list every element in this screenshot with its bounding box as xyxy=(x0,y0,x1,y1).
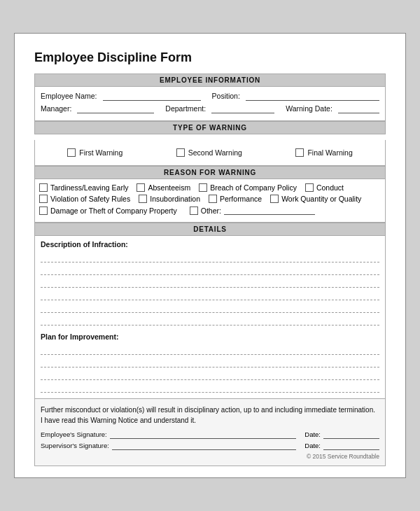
position-label: Position: xyxy=(212,92,240,100)
breach-label: Breach of Company Policy xyxy=(210,183,297,192)
final-warning-checkbox[interactable] xyxy=(295,148,304,157)
damage-theft-checkbox[interactable] xyxy=(39,206,48,215)
employee-info-header: EMPLOYEE INFORMATION xyxy=(34,74,386,87)
other-checkbox[interactable] xyxy=(190,206,198,215)
performance-checkbox[interactable] xyxy=(209,195,217,203)
other-label: Other: xyxy=(201,206,221,215)
first-warning-checkbox[interactable] xyxy=(67,148,76,157)
footer-notice: Further misconduct or violation(s) will … xyxy=(41,405,379,426)
details-body: Description of Infraction: Plan for Impr… xyxy=(34,236,386,399)
second-warning-checkbox[interactable] xyxy=(176,148,185,157)
reason-row-2: Violation of Safety Rules Insubordinatio… xyxy=(39,195,381,203)
work-quantity-option[interactable]: Work Quantity or Quality xyxy=(270,195,361,203)
tardiness-option[interactable]: Tardiness/Leaving Early xyxy=(39,183,128,192)
reason-row-1: Tardiness/Leaving Early Absenteeism Brea… xyxy=(39,183,381,192)
supervisor-sig-row: Supervisor's Signature: Date: xyxy=(41,441,379,450)
employee-info-body: Employee Name: Position: Manager: Depart… xyxy=(34,87,386,121)
final-warning-label: Final Warning xyxy=(307,148,352,157)
insubordination-label: Insubordination xyxy=(150,195,200,203)
second-warning-option[interactable]: Second Warning xyxy=(176,148,242,157)
supervisor-sig-field[interactable] xyxy=(112,441,296,450)
desc-line-4[interactable] xyxy=(41,289,379,300)
conduct-checkbox[interactable] xyxy=(305,183,314,192)
plan-line-4[interactable] xyxy=(41,382,379,393)
manager-dept-row: Manager: Department: Warning Date: xyxy=(41,104,379,113)
employee-name-field[interactable] xyxy=(103,91,201,101)
warning-date-field[interactable] xyxy=(338,104,379,113)
employee-sig-label: Employee's Signature: xyxy=(41,430,107,438)
employee-sig-field[interactable] xyxy=(110,430,297,439)
warning-options-row: First Warning Second Warning Final Warni… xyxy=(41,144,379,161)
warning-date-label: Warning Date: xyxy=(286,104,332,113)
work-quantity-label: Work Quantity or Quality xyxy=(281,195,361,203)
conduct-label: Conduct xyxy=(316,183,344,192)
reason-for-warning-header: REASON FOR WARNING xyxy=(34,166,386,179)
safety-checkbox[interactable] xyxy=(39,195,48,203)
footer-box: Further misconduct or violation(s) will … xyxy=(34,399,386,466)
desc-line-6[interactable] xyxy=(41,314,379,326)
description-label: Description of Infraction: xyxy=(41,240,379,248)
manager-field[interactable] xyxy=(77,104,154,113)
second-warning-label: Second Warning xyxy=(188,148,242,157)
details-header: DETAILS xyxy=(34,223,386,236)
first-warning-label: First Warning xyxy=(79,148,122,157)
safety-option[interactable]: Violation of Safety Rules xyxy=(39,195,130,203)
first-warning-option[interactable]: First Warning xyxy=(67,148,122,157)
employee-date-field[interactable] xyxy=(323,430,379,439)
desc-line-3[interactable] xyxy=(41,276,379,288)
copyright: © 2015 Service Roundtable xyxy=(41,453,379,460)
insubordination-option[interactable]: Insubordination xyxy=(139,195,200,203)
plan-line-2[interactable] xyxy=(41,356,379,368)
work-quantity-checkbox[interactable] xyxy=(270,195,279,203)
breach-option[interactable]: Breach of Company Policy xyxy=(199,183,297,192)
damage-theft-label: Damage or Theft of Company Property xyxy=(50,206,177,215)
name-position-row: Employee Name: Position: xyxy=(41,91,379,101)
tardiness-label: Tardiness/Leaving Early xyxy=(50,183,128,192)
breach-checkbox[interactable] xyxy=(199,183,207,192)
type-of-warning-body: First Warning Second Warning Final Warni… xyxy=(34,140,386,166)
description-lines xyxy=(41,251,379,326)
plan-line-3[interactable] xyxy=(41,369,379,380)
insubordination-checkbox[interactable] xyxy=(139,195,147,203)
absenteeism-option[interactable]: Absenteeism xyxy=(136,183,190,192)
type-of-warning-header: TYPE OF WARNING xyxy=(34,121,386,134)
desc-line-5[interactable] xyxy=(41,302,379,313)
damage-theft-option[interactable]: Damage or Theft of Company Property xyxy=(39,206,177,215)
conduct-option[interactable]: Conduct xyxy=(305,183,344,192)
plan-lines xyxy=(41,344,379,393)
plan-label: Plan for Improvement: xyxy=(41,332,379,341)
desc-line-1[interactable] xyxy=(41,251,379,262)
supervisor-date-label: Date: xyxy=(304,442,321,449)
supervisor-sig-label: Supervisor's Signature: xyxy=(41,442,109,449)
other-field[interactable] xyxy=(224,206,315,215)
employee-name-label: Employee Name: xyxy=(41,92,97,100)
absenteeism-label: Absenteeism xyxy=(148,183,190,192)
department-field[interactable] xyxy=(211,104,274,113)
performance-label: Performance xyxy=(220,195,262,203)
absenteeism-checkbox[interactable] xyxy=(136,183,145,192)
tardiness-checkbox[interactable] xyxy=(39,183,48,192)
other-option[interactable]: Other: xyxy=(190,206,315,215)
employee-date-label: Date: xyxy=(304,430,321,438)
reason-row-3: Damage or Theft of Company Property Othe… xyxy=(39,206,381,215)
form-container: Employee Discipline Form EMPLOYEE INFORM… xyxy=(14,33,406,478)
final-warning-option[interactable]: Final Warning xyxy=(295,148,352,157)
form-title: Employee Discipline Form xyxy=(34,50,386,65)
employee-sig-row: Employee's Signature: Date: xyxy=(41,430,379,439)
plan-line-1[interactable] xyxy=(41,344,379,355)
department-label: Department: xyxy=(165,104,206,113)
supervisor-date-field[interactable] xyxy=(323,441,379,450)
reason-for-warning-body: Tardiness/Leaving Early Absenteeism Brea… xyxy=(34,179,386,223)
safety-label: Violation of Safety Rules xyxy=(50,195,130,203)
manager-label: Manager: xyxy=(41,104,71,113)
desc-line-2[interactable] xyxy=(41,264,379,275)
performance-option[interactable]: Performance xyxy=(209,195,262,203)
position-field[interactable] xyxy=(246,91,379,101)
